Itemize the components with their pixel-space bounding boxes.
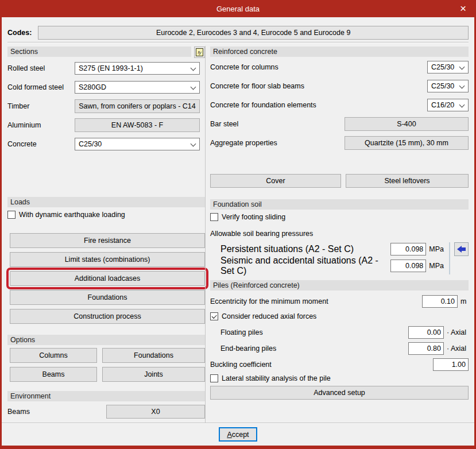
options-foundations-button[interactable]: Foundations xyxy=(102,348,205,363)
consider-reduced-row: Consider reduced axial forces xyxy=(210,312,469,321)
aggregate-row: Aggregate properties Quartzite (15 mm), … xyxy=(210,136,469,150)
import-pressure-arrow-button[interactable] xyxy=(454,242,469,256)
codes-row: Codes: Eurocode 2, Eurocodes 3 and 4, Eu… xyxy=(7,26,469,40)
persistent-input[interactable] xyxy=(390,243,426,256)
bar-steel-button[interactable]: S-400 xyxy=(345,117,469,131)
limit-states-button[interactable]: Limit states (combinations) xyxy=(10,252,205,267)
options-header: Options xyxy=(7,335,205,345)
concrete-columns-select[interactable]: C25/30 xyxy=(427,61,469,73)
seismic-unit: MPa xyxy=(429,262,444,270)
vertical-divider xyxy=(449,242,450,274)
bar-steel-label: Bar steel xyxy=(210,120,340,128)
main-area: Sections fy Rolled steel S275 (EN 1993-1… xyxy=(7,46,469,423)
concrete-foundation-row: Concrete for foundation elements C16/20 xyxy=(210,98,469,112)
chevron-down-icon xyxy=(191,66,196,71)
environment-header: Environment xyxy=(7,391,205,401)
environment-beams-row: Beams X0 xyxy=(7,405,205,419)
end-bearing-unit: · Axial xyxy=(447,345,469,353)
cold-formed-steel-row: Cold formed steel S280GD xyxy=(7,80,200,94)
verify-footing-label: Verify footing sliding xyxy=(222,213,285,221)
advanced-setup-button[interactable]: Advanced setup xyxy=(210,386,469,400)
fire-resistance-button[interactable]: Fire resistance xyxy=(10,233,205,248)
accept-button[interactable]: Accept xyxy=(219,427,257,442)
buckling-input[interactable] xyxy=(433,358,469,371)
cold-formed-steel-label: Cold formed steel xyxy=(7,83,75,91)
persistent-unit: MPa xyxy=(429,245,444,253)
close-icon[interactable]: × xyxy=(460,0,466,17)
left-column: Sections fy Rolled steel S275 (EN 1993-1… xyxy=(7,46,205,423)
concrete-floor-slab-select[interactable]: C25/30 xyxy=(427,80,469,92)
right-column: Reinforced concrete Concrete for columns… xyxy=(205,46,469,423)
floating-piles-unit: · Axial xyxy=(447,328,469,336)
concrete-columns-row: Concrete for columns C25/30 xyxy=(210,60,469,74)
dynamic-earthquake-label: With dynamic earthquake loading xyxy=(19,211,125,219)
steel-yield-fy-button[interactable]: fy xyxy=(194,47,205,58)
aluminium-button[interactable]: EN AW-5083 - F xyxy=(75,118,200,132)
seismic-input[interactable] xyxy=(390,260,426,272)
rolled-steel-label: Rolled steel xyxy=(7,64,75,72)
consider-reduced-checkbox[interactable] xyxy=(210,312,218,320)
concrete-select[interactable]: C25/30 xyxy=(75,138,200,150)
verify-footing-checkbox[interactable] xyxy=(210,213,218,221)
floating-piles-label: Floating piles xyxy=(220,328,408,336)
concrete-floor-slab-row: Concrete for floor slab beams C25/30 xyxy=(210,79,469,93)
allowable-pressures-label: Allowable soil bearing pressures xyxy=(210,230,469,238)
pressures-block: Persistent situations (A2 - Set C) MPa S… xyxy=(210,242,469,276)
options-row-1: Columns Foundations xyxy=(10,348,205,363)
end-bearing-row: End-bearing piles · Axial xyxy=(210,342,469,355)
cold-formed-steel-select[interactable]: S280GD xyxy=(75,81,200,94)
construction-process-button[interactable]: Construction process xyxy=(10,309,205,324)
eccentricity-unit: m xyxy=(460,297,469,305)
concrete-row: Concrete C25/30 xyxy=(7,137,200,151)
floating-piles-row: Floating piles · Axial xyxy=(210,326,469,339)
steel-leftovers-button[interactable]: Steel leftovers xyxy=(346,174,469,188)
concrete-foundation-select[interactable]: C16/20 xyxy=(427,99,469,111)
eccentricity-input[interactable] xyxy=(422,295,458,308)
aluminium-label: Aluminium xyxy=(7,121,75,129)
loads-header: Loads xyxy=(7,197,205,207)
eccentricity-label: Eccentricity for the minimum moment xyxy=(210,297,422,305)
dynamic-earthquake-row: With dynamic earthquake loading xyxy=(7,210,205,219)
rolled-steel-row: Rolled steel S275 (EN 1993-1-1) xyxy=(7,61,200,75)
additional-loadcases-button-highlighted[interactable]: Additional loadcases xyxy=(10,271,205,286)
bottom-bar: Accept xyxy=(2,423,474,446)
options-beams-button[interactable]: Beams xyxy=(10,367,97,382)
codes-value: Eurocode 2, Eurocodes 3 and 4, Eurocode … xyxy=(38,26,469,40)
chevron-down-icon xyxy=(191,85,196,90)
lateral-stability-checkbox[interactable] xyxy=(210,374,218,382)
fy-icon: fy xyxy=(196,48,203,56)
foundation-soil-header: Foundation soil xyxy=(210,199,469,210)
aggregate-button[interactable]: Quartzite (15 mm), 30 mm xyxy=(345,136,469,150)
options-columns-button[interactable]: Columns xyxy=(10,348,97,363)
dynamic-earthquake-checkbox[interactable] xyxy=(7,211,16,219)
concrete-columns-label: Concrete for columns xyxy=(210,63,427,71)
floating-piles-input[interactable] xyxy=(408,326,444,339)
seismic-label: Seismic and accidental situations (A2 - … xyxy=(220,256,390,276)
titlebar: General data × xyxy=(2,0,474,17)
eccentricity-row: Eccentricity for the minimum moment m xyxy=(210,295,469,308)
consider-reduced-label: Consider reduced axial forces xyxy=(222,312,316,320)
options-joints-button[interactable]: Joints xyxy=(102,367,205,382)
end-bearing-input[interactable] xyxy=(408,342,444,355)
lateral-stability-row: Lateral stability analysis of the pile xyxy=(210,374,469,383)
timber-button[interactable]: Sawn, from conifers or poplars - C14 xyxy=(75,99,200,113)
bar-steel-row: Bar steel S-400 xyxy=(210,117,469,131)
sections-header: Sections xyxy=(7,47,191,57)
chevron-down-icon xyxy=(459,84,465,89)
environment-beams-button[interactable]: X0 xyxy=(106,405,205,419)
persistent-label: Persistent situations (A2 - Set C) xyxy=(220,244,390,254)
buckling-label: Buckling coefficient xyxy=(210,361,433,369)
aggregate-label: Aggregate properties xyxy=(210,139,340,147)
timber-label: Timber xyxy=(7,102,75,110)
pressures-rows: Persistent situations (A2 - Set C) MPa S… xyxy=(210,242,444,276)
verify-footing-row: Verify footing sliding xyxy=(210,212,469,222)
cover-leftovers-row: Cover Steel leftovers xyxy=(210,174,469,188)
persistent-row: Persistent situations (A2 - Set C) MPa xyxy=(210,242,444,256)
codes-label: Codes: xyxy=(7,29,32,37)
cover-button[interactable]: Cover xyxy=(210,174,341,188)
aluminium-row: Aluminium EN AW-5083 - F xyxy=(7,118,200,132)
chevron-down-icon xyxy=(191,142,196,147)
foundations-button[interactable]: Foundations xyxy=(10,290,205,305)
rolled-steel-select[interactable]: S275 (EN 1993-1-1) xyxy=(75,62,200,75)
timber-row: Timber Sawn, from conifers or poplars - … xyxy=(7,99,200,113)
